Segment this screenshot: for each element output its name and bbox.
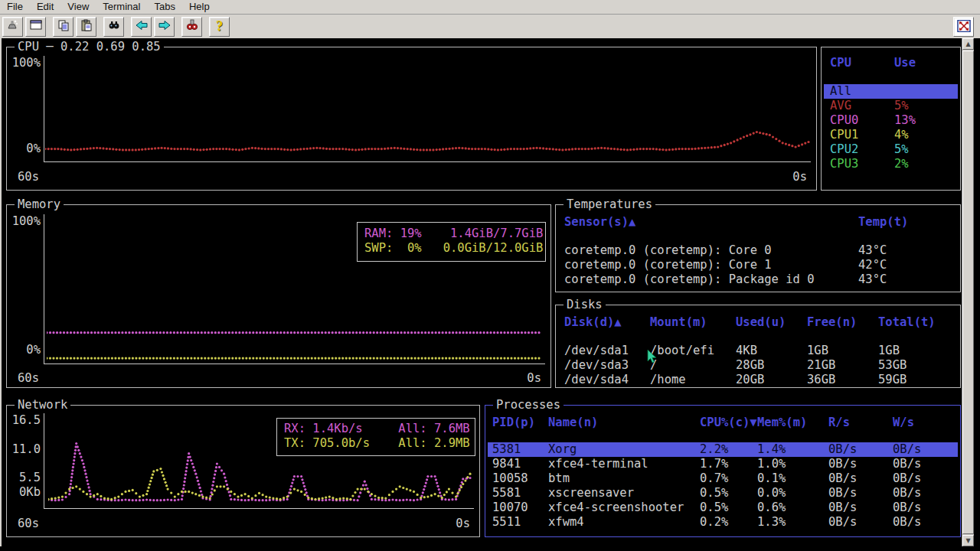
network-info-box: RX: 1.4Kb/s All: 7.6MB TX: 705.0b/s All:…	[276, 418, 475, 456]
menu-item-edit[interactable]: Edit	[30, 0, 60, 14]
back-button[interactable]	[131, 17, 152, 37]
cell: 0B/s	[893, 471, 921, 486]
cpu-ytick-0: 0%	[7, 142, 41, 156]
cell: 0B/s	[828, 471, 857, 486]
scrollbar-thumb[interactable]	[962, 51, 974, 534]
memory-panel[interactable]: Memory 100% 0% RAM: 19% 1.4GiB/7.7GiB SW…	[6, 204, 551, 388]
scrollbar[interactable]: ▲ ▼	[962, 38, 974, 546]
network-ytick-16.5: 16.5	[7, 413, 41, 428]
cell: Mem%(m)	[757, 416, 807, 430]
table-row[interactable]: 5581xscreensaver0.5%0.0%0B/s0B/s	[488, 486, 958, 500]
down-arrow-icon: ▼	[965, 537, 970, 544]
menu-item-help[interactable]: Help	[182, 0, 217, 14]
cell: xfce4-screenshooter	[548, 500, 684, 515]
window-left-edge	[0, 38, 2, 546]
menu-item-terminal[interactable]: Terminal	[96, 0, 147, 14]
table-row[interactable]: 5381Xorg2.2%1.4%0B/s0B/s	[488, 442, 958, 457]
memory-ytick-0: 0%	[7, 343, 41, 357]
menu-item-view[interactable]: View	[60, 0, 96, 14]
cell: 0B/s	[893, 442, 921, 457]
cell: Sensor(s)▲	[564, 215, 635, 230]
table-row[interactable]: CPU25%	[824, 142, 958, 157]
table-row[interactable]: CPU14%	[824, 128, 958, 142]
table-row[interactable]: coretemp.0 (coretemp): Core 043°C	[558, 243, 958, 258]
gears-button[interactable]	[181, 17, 202, 37]
swap-usage: SWP: 0% 0.0GiB/12.0GiB	[364, 241, 543, 256]
cell: 0B/s	[893, 457, 921, 471]
toolbar: ?	[0, 15, 980, 38]
table-row[interactable]: 10058btm0.7%0.1%0B/s0B/s	[488, 471, 958, 486]
cell: 0B/s	[893, 486, 921, 500]
cell: btm	[548, 471, 570, 486]
table-row[interactable]: coretemp.0 (coretemp): Package id 043°C	[558, 272, 958, 287]
cell: 0.1%	[757, 471, 786, 486]
table-header-row[interactable]: PID(p)Name(n)CPU%(c)▼Mem%(m)R/sW/s	[488, 416, 958, 430]
table-row[interactable]: CPU32%	[824, 157, 958, 171]
table-row[interactable]: 9841xfce4-terminal1.7%1.0%0B/s0B/s	[488, 457, 958, 471]
cpu-legend-panel[interactable]: CPUUseAllAVG5%CPU013%CPU14%CPU25%CPU32%	[821, 47, 961, 191]
cell: 2%	[894, 157, 909, 171]
scrollbar-down-button[interactable]: ▼	[962, 535, 974, 546]
memory-y-axis	[44, 214, 44, 364]
new-window-button[interactable]	[25, 17, 46, 37]
cell: All	[830, 84, 851, 99]
cell: 4KB	[736, 344, 757, 358]
table-row[interactable]: /dev/sda3/28GB21GB53GB	[558, 358, 958, 373]
table-header-row[interactable]: CPUUse	[824, 56, 958, 70]
copy-button[interactable]	[53, 17, 74, 37]
cell: xscreensaver	[548, 486, 634, 500]
table-header-row[interactable]: Sensor(s)▲Temp(t)	[558, 215, 958, 230]
find-button[interactable]	[103, 17, 124, 37]
network-panel[interactable]: Network 16.5 11.0 5.5 0Kb RX: 1.4Kb/s Al…	[6, 405, 480, 537]
cpu-legend-table: CPUUseAllAVG5%CPU013%CPU14%CPU25%CPU32%	[822, 48, 959, 189]
cell: CPU	[830, 56, 851, 70]
network-y-axis	[44, 413, 44, 508]
cpu-panel[interactable]: CPU ─ 0.22 0.69 0.85 100% 0% 60s 0s	[6, 47, 817, 191]
gears-icon	[185, 19, 199, 34]
cell: coretemp.0 (coretemp): Core 1	[564, 258, 772, 272]
cell: Name(n)	[548, 416, 598, 430]
cell: coretemp.0 (coretemp): Package id 0	[564, 272, 815, 287]
cell: 5381	[492, 442, 521, 457]
cell: 0.7%	[700, 471, 728, 486]
rx-rate: RX: 1.4Kb/s All: 7.6MB	[284, 422, 470, 436]
table-row[interactable]: /dev/sda4/home20GB36GB59GB	[558, 373, 958, 387]
find-icon	[107, 19, 121, 34]
cell: 36GB	[807, 373, 835, 387]
cell: 1GB	[807, 344, 828, 358]
disks-panel[interactable]: Disks Disk(d)▲Mount(m)Used(u)Free(n)Tota…	[555, 305, 961, 388]
cell: 0.2%	[700, 515, 728, 530]
launch-button[interactable]	[2, 17, 23, 37]
cell: 21GB	[807, 358, 835, 373]
table-row[interactable]: 5511xfwm40.2%1.3%0B/s0B/s	[488, 515, 958, 530]
temperatures-panel[interactable]: Temperatures Sensor(s)▲Temp(t)coretemp.0…	[555, 204, 961, 292]
cell: /home	[650, 373, 686, 387]
table-row[interactable]: AVG5%	[824, 99, 958, 113]
cell: 13%	[894, 113, 916, 128]
menu-item-file[interactable]: File	[0, 0, 30, 14]
memory-xtick-60s: 60s	[18, 371, 39, 386]
cell: 20GB	[736, 373, 764, 387]
table-row[interactable]: 10070xfce4-screenshooter0.5%0.6%0B/s0B/s	[488, 500, 958, 515]
cell: R/s	[828, 416, 850, 430]
ram-usage: RAM: 19% 1.4GiB/7.7GiB	[364, 227, 543, 241]
table-row[interactable]: CPU013%	[824, 113, 958, 128]
forward-button[interactable]	[154, 17, 175, 37]
expand-button[interactable]	[953, 17, 974, 37]
table-row[interactable]: coretemp.0 (coretemp): Core 142°C	[558, 258, 958, 272]
table-row[interactable]: /dev/sda1/boot/efi4KB1GB1GB	[558, 344, 958, 358]
scrollbar-up-button[interactable]: ▲	[962, 38, 974, 50]
menu-item-tabs[interactable]: Tabs	[147, 0, 181, 14]
cell: 5%	[894, 142, 909, 157]
paste-button[interactable]	[76, 17, 96, 37]
table-header-row[interactable]: Disk(d)▲Mount(m)Used(u)Free(n)Total(t)	[558, 315, 958, 330]
cell: 0B/s	[893, 500, 921, 515]
processes-panel[interactable]: Processes PID(p)Name(n)CPU%(c)▼Mem%(m)R/…	[485, 405, 961, 537]
cell: AVG	[830, 99, 851, 113]
table-row[interactable]: All	[824, 84, 958, 99]
cell: Free(n)	[807, 315, 857, 330]
network-ytick-11.0: 11.0	[7, 442, 41, 457]
cell: 4%	[894, 128, 909, 142]
help-button[interactable]: ?	[209, 17, 230, 37]
cell: 0.5%	[700, 486, 728, 500]
